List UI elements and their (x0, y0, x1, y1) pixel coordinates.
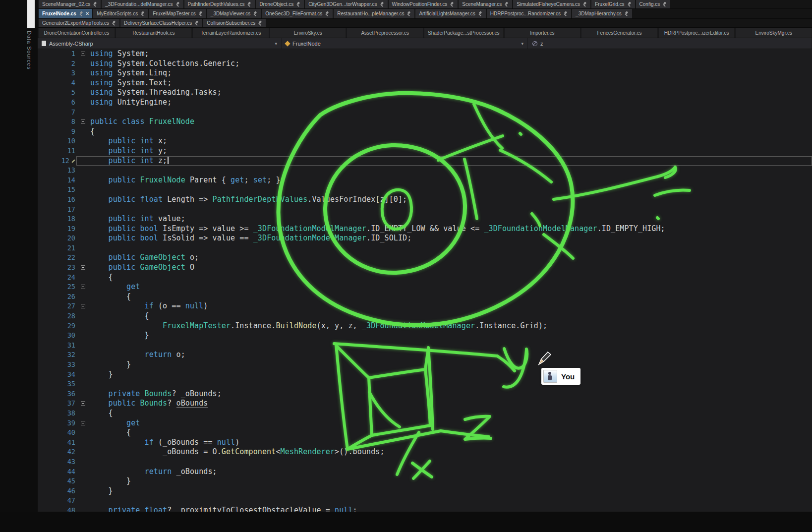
tab[interactable]: ShaderPackage...stProcessor.cs (424, 28, 504, 38)
tab[interactable]: SimulatedFisheyeCamera.cs (513, 0, 590, 8)
tab[interactable]: _3DMapViewer.cs (207, 9, 261, 18)
line-number[interactable]: 21 (38, 243, 76, 253)
line-number[interactable]: 25 (38, 282, 76, 292)
line-number[interactable]: 44 (38, 467, 76, 477)
code-line[interactable]: 27 if (o == null) (38, 301, 812, 311)
code-line[interactable]: 29 FruxelMapTester.Instance.BuildNode(x,… (38, 321, 812, 331)
tab[interactable]: EnviroSky.cs (270, 28, 347, 38)
pin-icon[interactable] (253, 11, 257, 16)
pin-icon[interactable] (504, 2, 509, 7)
code-line[interactable]: 34 } (38, 370, 812, 380)
line-number[interactable]: 24 (38, 273, 76, 283)
code-line[interactable]: 15 (38, 185, 812, 195)
tab[interactable]: MyEditorScripts.cs (93, 9, 148, 18)
code-line[interactable]: 46 } (38, 486, 812, 496)
line-number[interactable]: 29 (38, 321, 76, 331)
line-number[interactable]: 34 (38, 370, 76, 380)
line-number[interactable]: 18 (38, 214, 76, 224)
line-number[interactable]: 1 (38, 49, 76, 59)
tab-active[interactable]: FruxelNode.cs× (39, 9, 92, 18)
line-number[interactable]: 20 (38, 234, 76, 243)
line-number[interactable]: 11 (38, 146, 76, 156)
code-line[interactable]: 19 public bool IsEmpty => value >= _3DFo… (38, 224, 812, 234)
pin-icon[interactable] (380, 2, 384, 7)
code-line[interactable]: 3using System.Linq; (38, 68, 812, 78)
code-line[interactable]: 18 public int value; (38, 214, 812, 224)
tab[interactable]: Config.cs (636, 0, 671, 8)
line-number[interactable]: 43 (38, 457, 76, 467)
line-number[interactable]: 15 (38, 185, 76, 195)
fold-marker[interactable] (76, 301, 90, 311)
code-line[interactable]: 2using System.Collections.Generic; (38, 59, 812, 69)
tab[interactable]: OneSec3D_FileFormat.cs (262, 9, 333, 18)
code-line[interactable]: 23 public GameObject O (38, 263, 812, 273)
code-line[interactable]: 6using UnityEngine; (38, 98, 812, 108)
fold-marker[interactable] (76, 282, 90, 292)
line-number[interactable]: 47 (38, 496, 76, 506)
pin-icon[interactable] (175, 2, 180, 7)
code-line[interactable]: 39 get (38, 418, 812, 428)
line-number[interactable]: 6 (38, 98, 76, 108)
tab[interactable]: _3DMapHierarchy.cs (572, 9, 632, 18)
chevron-down-icon[interactable]: ▾ (275, 41, 277, 46)
tab[interactable]: RestaurantHook.cs (116, 28, 192, 38)
pin-icon[interactable] (325, 11, 329, 16)
code-line[interactable]: 33 } (38, 360, 812, 370)
fold-marker[interactable] (76, 399, 90, 409)
line-number[interactable]: 35 (38, 379, 76, 389)
fold-marker[interactable] (76, 263, 90, 273)
fold-marker[interactable] (76, 49, 90, 59)
pin-icon[interactable] (624, 11, 629, 16)
code-line[interactable]: 9{ (38, 127, 812, 137)
line-number[interactable]: 7 (38, 108, 76, 118)
tab[interactable]: SceneManager_02.cs (39, 0, 101, 8)
pin-icon[interactable] (627, 2, 632, 7)
code-line[interactable]: 22 public GameObject o; (38, 253, 812, 263)
code-line[interactable]: 25 get (38, 282, 812, 292)
code-line[interactable]: 38 { (38, 409, 812, 418)
tab[interactable]: AssetPreprocessor.cs (347, 28, 423, 38)
line-number[interactable]: 30 (38, 331, 76, 341)
tab[interactable]: TerrainLayerRandomizer.cs (193, 28, 269, 38)
tab[interactable]: FruxelGrid.cs (591, 0, 635, 8)
project-dropdown[interactable]: Assembly-CSharp ▾ (38, 38, 282, 49)
pin-icon[interactable] (112, 21, 116, 26)
chevron-down-icon[interactable]: ▾ (521, 41, 523, 46)
pin-icon[interactable] (478, 11, 482, 16)
tab[interactable]: HDRPPostproc...izerEditor.cs (659, 28, 735, 38)
tab[interactable]: FencesGenerator.cs (581, 28, 658, 38)
code-line[interactable]: 16 public float Length => PathfinderDept… (38, 195, 812, 205)
pin-icon[interactable] (194, 21, 199, 26)
tab[interactable]: _3DFoundatio...delManager.cs (102, 0, 183, 8)
code-line[interactable]: 45 } (38, 476, 812, 486)
line-number[interactable]: 3 (38, 68, 76, 78)
code-line[interactable]: 12 public int z; (38, 156, 812, 166)
pin-icon[interactable] (296, 2, 300, 7)
pin-icon[interactable] (79, 11, 83, 16)
code-line[interactable]: 37 public Bounds? oBounds (38, 399, 812, 409)
code-line[interactable]: 21 (38, 243, 812, 253)
code-line[interactable]: 40 { (38, 428, 812, 438)
line-number[interactable]: 14 (38, 176, 76, 185)
code-line[interactable]: 26 { (38, 292, 812, 302)
tab[interactable]: PathfinderDepthValues.cs (184, 0, 255, 8)
line-number[interactable]: 26 (38, 292, 76, 302)
code-editor[interactable]: 1using System;2using System.Collections.… (38, 49, 812, 532)
code-line[interactable]: 10 public int x; (38, 136, 812, 146)
line-number[interactable]: 27 (38, 301, 76, 311)
fold-marker[interactable] (76, 117, 90, 127)
code-line[interactable]: 36 private Bounds? _oBounds; (38, 389, 812, 399)
code-line[interactable]: 1using System; (38, 49, 812, 59)
code-line[interactable]: 35 (38, 379, 812, 389)
code-line[interactable]: 30 } (38, 331, 812, 341)
tab[interactable]: Generator2ExportMapTools.cs (39, 19, 119, 27)
line-number[interactable]: 28 (38, 311, 76, 321)
pin-icon[interactable] (247, 2, 251, 7)
code-line[interactable]: 24 { (38, 273, 812, 283)
line-number[interactable]: 45 (38, 476, 76, 486)
pin-icon[interactable] (582, 2, 587, 7)
code-line[interactable]: 44 return _oBounds; (38, 467, 812, 477)
line-number[interactable]: 8 (38, 117, 76, 127)
line-number[interactable]: 17 (38, 205, 76, 215)
code-line[interactable]: 42 _oBounds = O.GetComponent<MeshRendere… (38, 447, 812, 457)
